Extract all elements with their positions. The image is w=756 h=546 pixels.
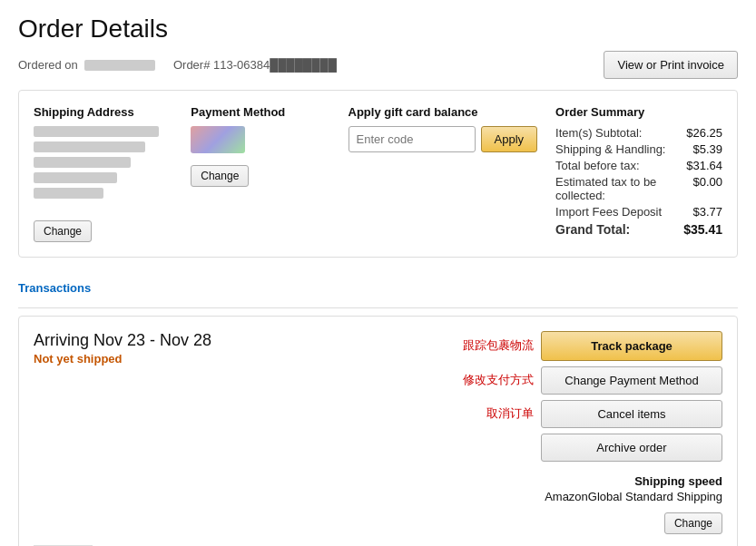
info-grid: Shipping Address Change Payment Method C… [34, 105, 722, 242]
annotation-payment: 修改支付方式 [463, 372, 534, 388]
shipment-status: Not yet shipped [34, 352, 211, 366]
track-row: 跟踪包裹物流 Track package [463, 331, 722, 361]
summary-row-before-tax: Total before tax: $31.64 [555, 159, 722, 172]
summary-row-grand-total: Grand Total: $35.41 [555, 222, 722, 237]
actions-side: 跟踪包裹物流 Track package 修改支付方式 Change Payme… [463, 331, 722, 534]
change-payment-row: 修改支付方式 Change Payment Method [463, 366, 722, 395]
shipping-address-col: Shipping Address Change [34, 105, 172, 242]
transactions-section: Transactions [18, 272, 738, 300]
address-line-2 [34, 141, 145, 152]
archive-order-button[interactable]: Archive order [541, 434, 722, 462]
payment-change-button[interactable]: Change [191, 165, 249, 187]
order-summary-heading: Order Summary [555, 105, 722, 119]
change-payment-button[interactable]: Change Payment Method [541, 366, 722, 395]
address-line-3 [34, 157, 131, 168]
section-divider [18, 307, 738, 308]
annotation-cancel: 取消订单 [486, 405, 534, 422]
shipment-header: Arriving Nov 23 - Nov 28 Not yet shipped… [34, 331, 722, 534]
address-line-1 [34, 126, 159, 137]
ordered-on: Ordered on ██████████ [18, 58, 155, 72]
cancel-row: 取消订单 Cancel items [486, 400, 722, 428]
summary-row-import-fees: Import Fees Deposit $3.77 [555, 205, 722, 219]
shipment-section: Arriving Nov 23 - Nov 28 Not yet shipped… [18, 316, 738, 546]
shipping-speed-area: Shipping speed AmazonGlobal Standard Shi… [545, 474, 722, 534]
shipping-speed-value: AmazonGlobal Standard Shipping [545, 490, 722, 503]
track-package-button[interactable]: Track package [541, 331, 722, 361]
gift-card-heading: Apply gift card balance [349, 105, 538, 119]
payment-method-heading: Payment Method [191, 105, 329, 119]
cancel-items-button[interactable]: Cancel items [541, 400, 722, 428]
gift-card-col: Apply gift card balance Apply [349, 105, 538, 242]
gift-apply-button[interactable]: Apply [481, 126, 538, 152]
shipping-speed-label: Shipping speed [545, 474, 722, 488]
shipping-address-heading: Shipping Address [34, 105, 172, 119]
page-title: Order Details [18, 15, 738, 44]
address-line-5 [34, 188, 103, 199]
summary-row-subtotal: Item(s) Subtotal: $26.25 [555, 126, 722, 140]
payment-card-image [191, 126, 245, 153]
shipment-title-area: Arriving Nov 23 - Nov 28 Not yet shipped [34, 331, 211, 366]
payment-method-col: Payment Method Change [191, 105, 329, 242]
gift-input-row: Apply [349, 126, 538, 152]
ordered-on-value: ██████████ [84, 60, 155, 71]
annotation-track: 跟踪包裹物流 [463, 337, 534, 354]
order-number: Order# 113-06384████████ [173, 58, 604, 72]
address-line-4 [34, 172, 117, 183]
transactions-link[interactable]: Transactions [18, 281, 91, 295]
summary-row-tax: Estimated tax to be collected: $0.00 [555, 175, 722, 202]
info-section: Shipping Address Change Payment Method C… [18, 90, 738, 258]
order-summary-col: Order Summary Item(s) Subtotal: $26.25 S… [555, 105, 722, 242]
order-meta: Ordered on ██████████ Order# 113-06384██… [18, 51, 738, 79]
archive-row: Archive order [541, 434, 722, 462]
shipment-title: Arriving Nov 23 - Nov 28 [34, 331, 211, 350]
shipping-speed-change-button[interactable]: Change [664, 512, 722, 534]
gift-code-input[interactable] [349, 126, 476, 152]
summary-row-shipping: Shipping & Handling: $5.39 [555, 142, 722, 156]
invoice-button[interactable]: View or Print invoice [604, 51, 738, 79]
shipping-change-button[interactable]: Change [34, 220, 92, 242]
